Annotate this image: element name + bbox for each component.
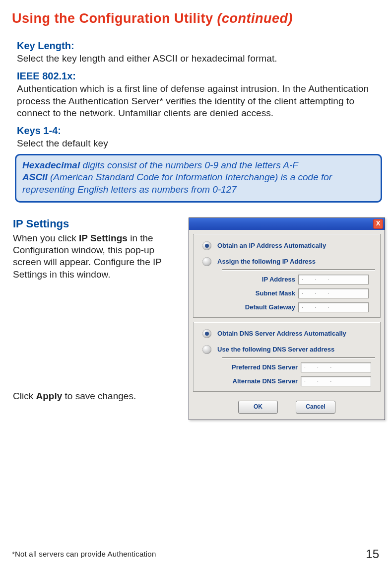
keys14-label: Keys 1-4: <box>17 125 385 137</box>
apply-2: to save changes. <box>62 391 136 401</box>
apply-bold: Apply <box>36 391 62 401</box>
title-main: Using the Configuration Utility <box>12 11 217 26</box>
label-use-dns: Use the following DNS Server address <box>217 346 334 353</box>
radio-assign-ip[interactable] <box>202 257 211 266</box>
page-number: 15 <box>366 547 379 561</box>
input-alternate-dns[interactable]: . . . <box>301 376 371 386</box>
ip-settings-dialog: X Obtain an IP Address Automatically Ass… <box>189 217 385 420</box>
input-preferred-dns[interactable]: . . . <box>301 362 371 372</box>
group-separator <box>222 269 375 271</box>
ieee-text: Authentication which is a first line of … <box>17 83 385 119</box>
footnote: *Not all servers can provide Authenticat… <box>12 550 156 558</box>
radio-obtain-ip[interactable] <box>202 241 211 250</box>
label-ip-address: IP Address <box>228 276 295 283</box>
info-callout: Hexadecimal digits consist of the number… <box>15 154 382 203</box>
input-default-gateway[interactable]: . . . <box>298 302 369 312</box>
ip-settings-heading: IP Settings <box>13 217 182 230</box>
callout-hex-text: digits consist of the numbers 0-9 and th… <box>80 160 298 170</box>
page-title: Using the Configuration Utility (continu… <box>12 11 385 26</box>
ip-address-panel: Obtain an IP Address Automatically Assig… <box>193 234 381 318</box>
label-subnet-mask: Subnet Mask <box>228 289 295 297</box>
close-button[interactable]: X <box>373 219 383 229</box>
dns-panel: Obtain DNS Server Address Automatically … <box>193 322 381 392</box>
group-separator <box>222 357 375 358</box>
ip-para-1: When you click <box>13 233 79 243</box>
radio-obtain-dns[interactable] <box>202 329 211 338</box>
label-obtain-dns: Obtain DNS Server Address Automatically <box>217 330 346 337</box>
label-alternate-dns: Alternate DNS Server <box>228 377 298 385</box>
title-continued: (continued) <box>217 11 292 26</box>
input-subnet-mask[interactable]: . . . <box>298 288 369 298</box>
ieee-label: IEEE 802.1x: <box>17 71 385 82</box>
input-ip-address[interactable]: . . . <box>298 275 369 285</box>
radio-use-dns[interactable] <box>202 345 211 354</box>
apply-paragraph: Click Apply to save changes. <box>13 391 182 402</box>
label-default-gateway: Default Gateway <box>228 303 295 311</box>
key-length-label: Key Length: <box>17 40 385 52</box>
label-assign-ip: Assign the following IP Address <box>217 258 316 265</box>
ok-button[interactable]: OK <box>238 401 278 414</box>
callout-hex-bold: Hexadecimal <box>22 160 80 170</box>
keys14-text: Select the default key <box>17 138 385 149</box>
cancel-button[interactable]: Cancel <box>296 401 335 414</box>
callout-ascii-text: (American Standard Code for Information … <box>22 172 332 195</box>
apply-1: Click <box>13 391 36 401</box>
label-obtain-ip: Obtain an IP Address Automatically <box>217 242 326 249</box>
dialog-button-row: OK Cancel <box>189 396 385 420</box>
dialog-titlebar: X <box>189 218 385 230</box>
ip-settings-paragraph: When you click IP Settings in the Config… <box>13 232 182 281</box>
key-length-text: Select the key length and either ASCII o… <box>17 53 385 65</box>
callout-ascii-bold: ASCII <box>22 172 48 182</box>
ip-para-bold: IP Settings <box>79 233 128 243</box>
label-preferred-dns: Preferred DNS Server <box>228 363 298 371</box>
